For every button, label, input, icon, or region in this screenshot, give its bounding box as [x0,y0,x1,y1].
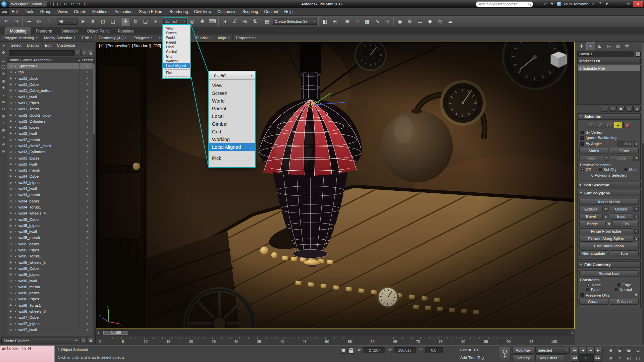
ribbon-tab[interactable]: Selection [57,28,82,35]
go-to-start-button[interactable]: |◀ [571,347,579,354]
menu-item[interactable]: Civil View [191,9,214,14]
scene-object-row[interactable]: ⊙ ▪ wall4_Cube ✳ [7,173,95,179]
edit-triangulation-button[interactable]: Edit Triangulation [579,243,639,249]
visibility-eye-icon[interactable]: ⊙ [9,242,12,246]
percent-snap-icon[interactable]: % [240,17,250,26]
scene-object-row[interactable]: ⊙ ▪ wall4_lwall ✳ [7,186,95,192]
preview-off-radio[interactable] [581,168,584,171]
retriangulate-button[interactable]: Retriangulate [579,250,608,256]
unlink-selection-icon[interactable]: ⊘ [34,17,44,26]
help-search-box[interactable] [476,1,533,7]
align-icon[interactable]: ⊞ [330,17,339,26]
orbit-icon[interactable]: ↻ [615,354,624,362]
make-unique-icon[interactable]: ▣ [617,106,625,112]
scene-object-row[interactable]: ⊙ ▪ wall6_lpipes ✳ [7,272,95,278]
flip-button[interactable]: Flip [612,221,639,227]
ignore-backfacing-checkbox[interactable] [580,136,584,140]
menu-item[interactable]: Help [281,9,296,14]
workspace-selector[interactable]: Workspace: Default ▾ [9,1,47,7]
project-folder-icon[interactable]: ◰ [82,1,89,7]
scene-object-row[interactable]: ⊙ ▪ Sphere001 ✳ [7,63,95,69]
ribbon-group[interactable]: Polygon Modeling▾ [0,35,41,41]
object-name-field[interactable]: Box001 [577,51,634,57]
scene-object-row[interactable]: ⊙ ▪ wall7_lwall ✳ [7,327,95,333]
scene-object-row[interactable]: ⊙ ▪ wall2_lwall ✳ [7,130,95,136]
callout-combo-header[interactable]: Lo...ed ▾ [209,71,255,80]
scene-object-row[interactable]: ⊙ ▪ wall5_panel ✳ [7,241,95,247]
open-file-icon[interactable]: ◳ [55,1,62,7]
modifier-stack-item[interactable]: ◍ Editable Poly [578,65,640,71]
visibility-eye-icon[interactable]: ⊙ [9,304,12,307]
scene-object-row[interactable]: ⊙ ▪ top ✳ [7,69,95,75]
configure-modifier-sets-icon[interactable]: ⚙ [633,106,641,112]
visibility-eye-icon[interactable]: ⊙ [9,175,12,178]
ribbon-tab[interactable]: Populate [113,28,138,35]
scene-object-row[interactable]: ⊙ ▪ wall1_Cube ✳ [7,81,95,87]
callout-dropdown-item[interactable]: Working [209,135,255,143]
outline-button[interactable]: Outline [610,206,633,212]
ribbon-group[interactable]: Polygons▾ [130,35,156,41]
utilities-tab-icon[interactable]: ⚒ [623,42,631,50]
visibility-eye-icon[interactable]: ⊙ [9,144,12,147]
help-icon[interactable]: ? [597,1,603,7]
preserve-uvs-settings-button[interactable] [634,293,638,297]
visibility-eye-icon[interactable]: ⊙ [9,267,12,270]
dropdown-item[interactable]: World [163,35,190,40]
dropdown-item[interactable] [165,68,189,70]
by-angle-checkbox[interactable] [580,142,584,146]
select-and-scale-icon[interactable]: ◱ [141,17,150,26]
menu-item[interactable]: Tools [22,9,37,14]
search-input[interactable] [478,2,527,6]
se-display-xrefs-icon[interactable]: ⊟ [0,106,7,113]
callout-dropdown-item[interactable] [211,162,253,164]
zoom-region-icon[interactable]: ◱ [625,354,633,362]
visibility-eye-icon[interactable]: ⊙ [9,230,12,233]
menu-item[interactable]: Customize [214,9,239,14]
extrude-settings-button[interactable] [604,207,608,212]
select-and-place-icon[interactable]: ⌖ [151,17,160,26]
visibility-eye-icon[interactable]: ⊙ [9,89,12,92]
visibility-eye-icon[interactable]: ⊙ [9,70,12,74]
hierarchy-tab-icon[interactable]: ⊞ [595,42,604,50]
exchange-apps-icon[interactable]: × [590,1,597,7]
callout-dropdown-item[interactable] [211,151,253,153]
viewport-plus-menu[interactable]: [+] [99,44,104,48]
edit-geometry-rollout-header[interactable]: ▼ Edit Geometry [577,261,641,268]
select-and-link-icon[interactable]: ⊶ [24,17,34,26]
mirror-icon[interactable]: ◧ [320,17,329,26]
create-tab-icon[interactable]: ✚ [577,42,586,50]
preview-subobj-radio[interactable] [598,168,602,171]
command-panel-scrollbar[interactable] [642,42,644,345]
scene-object-row[interactable]: ⊙ ▪ wall6_lwall ✳ [7,278,95,284]
scene-object-row[interactable]: ⊙ ▪ wall4_lpipes ✳ [7,180,95,186]
x-coordinate-field[interactable]: -27.267 [363,347,385,353]
scene-object-row[interactable]: ⊙ ▪ wall3_clock2_clock ✳ [7,143,95,149]
scene-object-row[interactable]: ⊙ ▪ wall3_lpipes ✳ [7,155,95,161]
reference-coordinate-system-combo[interactable]: Lo...ed ▾ [163,18,187,25]
select-by-name-icon[interactable]: ≡ [88,17,98,26]
se-display-spacewarps-icon[interactable]: ≈ [0,92,7,99]
selection-set-combo[interactable]: Selected ▾ [535,347,570,354]
dropdown-item[interactable]: Pick [163,70,190,75]
visibility-eye-icon[interactable]: ⊙ [9,77,12,80]
previous-key-button[interactable]: ◀◀ [571,354,579,362]
username-label[interactable]: YourUserName [563,2,588,6]
preserve-uvs-checkbox[interactable] [580,293,584,297]
new-scene-icon[interactable]: ▢ [49,1,55,7]
callout-dropdown-item[interactable]: View [209,81,255,89]
callout-dropdown-item[interactable]: Gimbal [209,120,255,128]
repeat-last-button[interactable]: Repeat Last [579,270,639,277]
visibility-eye-icon[interactable]: ⊙ [9,328,12,331]
isolate-selection-toggle[interactable]: ⊞ [340,347,347,354]
undo-icon[interactable]: ↶ [2,17,11,26]
help-menu-arrow-icon[interactable]: ▾ [603,1,610,7]
ribbon-group[interactable]: Properties▾ [233,35,260,41]
visibility-eye-icon[interactable]: ⊙ [9,64,12,68]
next-frame-arrow[interactable]: ▸ [570,330,575,336]
scene-object-row[interactable]: ⊙ ▪ wall6_Torus1 ✳ [7,302,95,308]
undo-quick-icon[interactable]: ↶ [69,1,75,7]
zoom-extents-all-icon[interactable]: ⊡ [634,346,642,354]
viewport-shading-menu[interactable]: [Standard] [132,44,151,48]
constraint-edge-radio[interactable] [617,283,621,287]
visibility-eye-icon[interactable]: ⊙ [9,199,12,203]
